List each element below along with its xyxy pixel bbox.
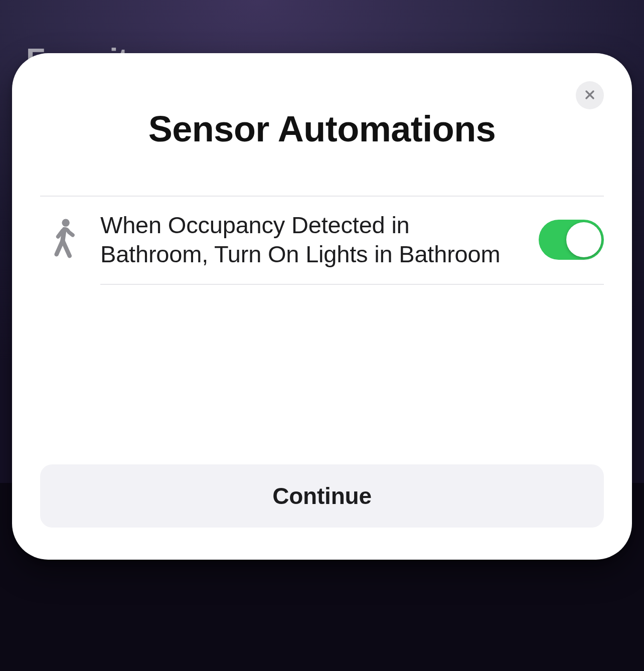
sheet-title: Sensor Automations [40, 110, 604, 148]
sensor-automations-sheet: Sensor Automations [12, 53, 632, 560]
automation-label: When Occupancy Detected in Bathroom, Tur… [100, 211, 519, 269]
automation-row: When Occupancy Detected in Bathroom, Tur… [40, 197, 604, 284]
continue-button[interactable]: Continue [40, 464, 604, 528]
svg-point-0 [62, 219, 69, 226]
automation-list: When Occupancy Detected in Bathroom, Tur… [40, 196, 604, 285]
row-divider [100, 284, 604, 285]
automation-toggle[interactable] [539, 220, 604, 260]
close-icon [584, 89, 596, 102]
walking-person-icon [40, 218, 88, 261]
close-button[interactable] [576, 81, 604, 109]
